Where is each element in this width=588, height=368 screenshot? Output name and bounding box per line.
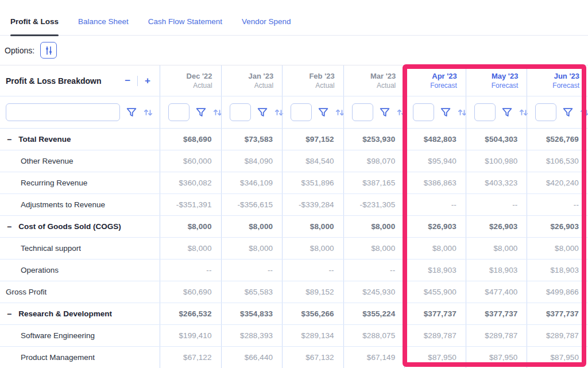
value-cell[interactable]: $8,000 [343, 238, 405, 259]
filter-funnel-icon[interactable] [317, 106, 329, 118]
value-cell[interactable]: $377,737 [527, 303, 588, 324]
value-cell[interactable]: $87,950 [527, 347, 588, 368]
value-cell[interactable]: $289,134 [282, 325, 343, 346]
value-cell[interactable]: $351,896 [282, 172, 343, 193]
value-cell[interactable]: $8,000 [282, 216, 343, 237]
value-cell[interactable]: $499,866 [527, 281, 588, 303]
value-cell[interactable]: -$339,284 [282, 194, 343, 215]
value-cell[interactable]: $356,266 [282, 303, 343, 324]
value-cell[interactable]: $18,903 [404, 259, 466, 281]
value-cell[interactable]: $18,903 [466, 259, 527, 281]
table-row[interactable]: Software Engineering $199,410$288,393$28… [0, 325, 588, 347]
value-cell[interactable]: $73,583 [221, 129, 283, 150]
value-cell[interactable]: $8,000 [404, 238, 466, 259]
table-row[interactable]: Product Management $67,122$66,440$67,132… [0, 347, 588, 368]
value-cell[interactable]: $60,000 [160, 150, 221, 172]
table-row[interactable]: Operations --------$18,903$18,903$18,903 [0, 259, 588, 281]
column-filter-input[interactable] [474, 103, 496, 121]
value-cell[interactable]: $253,930 [343, 129, 405, 150]
value-cell[interactable]: $477,400 [466, 281, 527, 303]
value-cell[interactable]: $87,950 [404, 347, 466, 368]
value-cell[interactable]: $84,540 [282, 150, 343, 172]
value-cell[interactable]: -- [282, 259, 343, 281]
value-cell[interactable]: $60,690 [160, 281, 221, 303]
value-cell[interactable]: $8,000 [160, 238, 221, 259]
value-cell[interactable]: $65,583 [221, 281, 283, 303]
column-filter-input[interactable] [168, 103, 189, 121]
column-header-may-23[interactable]: May '23 Forecast [466, 65, 527, 96]
value-cell[interactable]: $100,980 [466, 150, 527, 172]
value-cell[interactable]: $26,903 [466, 216, 527, 237]
filter-funnel-icon[interactable] [501, 106, 513, 118]
sort-icon[interactable] [579, 107, 588, 118]
tab-balance-sheet[interactable]: Balance Sheet [78, 17, 129, 35]
value-cell[interactable]: $26,903 [404, 216, 466, 237]
value-cell[interactable]: $106,530 [527, 150, 588, 172]
value-cell[interactable]: $8,000 [466, 238, 527, 259]
table-row[interactable]: Gross Profit $60,690$65,583$89,152$245,9… [0, 281, 588, 303]
column-header-jun-23[interactable]: Jun '23 Forecast [527, 65, 588, 96]
value-cell[interactable]: $89,152 [282, 281, 343, 303]
value-cell[interactable]: $18,903 [527, 259, 588, 281]
column-header-apr-23[interactable]: Apr '23 Forecast [404, 65, 466, 96]
value-cell[interactable]: $289,787 [527, 325, 588, 346]
column-filter-input[interactable] [535, 103, 556, 121]
tab-profit-and-loss[interactable]: Profit & Loss [10, 17, 59, 35]
table-row[interactable]: Technical support $8,000$8,000$8,000$8,0… [0, 238, 588, 259]
column-header-mar-23[interactable]: Mar '23 Actual [343, 65, 405, 96]
table-row[interactable]: Other Revenue $60,000$84,090$84,540$98,0… [0, 150, 588, 172]
value-cell[interactable]: $68,690 [160, 129, 221, 150]
table-row[interactable]: Recurring Revenue $360,082$346,109$351,8… [0, 172, 588, 194]
column-filter-input[interactable] [352, 103, 373, 121]
value-cell[interactable]: $8,000 [343, 216, 405, 237]
value-cell[interactable]: $346,109 [221, 172, 283, 193]
value-cell[interactable]: $266,532 [160, 303, 221, 324]
row-search-input[interactable] [6, 103, 120, 121]
value-cell[interactable]: $504,303 [466, 129, 527, 150]
tab-vendor-spend[interactable]: Vendor Spend [242, 17, 291, 35]
collapse-row-icon[interactable]: − [7, 223, 11, 231]
value-cell[interactable]: $289,787 [466, 325, 527, 346]
filter-funnel-icon[interactable] [256, 106, 268, 118]
filter-funnel-icon[interactable] [439, 106, 451, 118]
expand-all-button[interactable]: + [144, 76, 152, 86]
value-cell[interactable]: $8,000 [527, 238, 588, 259]
column-filter-input[interactable] [413, 103, 434, 121]
column-filter-input[interactable] [230, 103, 251, 121]
value-cell[interactable]: $455,900 [404, 281, 466, 303]
column-header-feb-23[interactable]: Feb '23 Actual [282, 65, 343, 96]
value-cell[interactable]: $387,165 [343, 172, 405, 193]
table-row[interactable]: − Research & Development $266,532$354,83… [0, 303, 588, 325]
filter-funnel-icon[interactable] [195, 106, 207, 118]
value-cell[interactable]: $288,075 [343, 325, 405, 346]
value-cell[interactable]: -$351,391 [160, 194, 221, 215]
filter-funnel-icon[interactable] [378, 106, 390, 118]
value-cell[interactable]: -- [221, 259, 283, 281]
tab-cash-flow-statement[interactable]: Cash Flow Statement [148, 17, 222, 35]
value-cell[interactable]: $289,787 [404, 325, 466, 346]
value-cell[interactable]: $67,122 [160, 347, 221, 368]
value-cell[interactable]: -- [404, 194, 466, 215]
filter-funnel-icon[interactable] [562, 106, 574, 118]
filter-funnel-icon[interactable] [125, 106, 137, 118]
value-cell[interactable]: -- [527, 194, 588, 215]
collapse-row-icon[interactable]: − [7, 310, 11, 318]
value-cell[interactable]: $8,000 [160, 216, 221, 237]
value-cell[interactable]: -- [343, 259, 405, 281]
value-cell[interactable]: $288,393 [221, 325, 283, 346]
value-cell[interactable]: -$356,615 [221, 194, 283, 215]
value-cell[interactable]: $482,803 [404, 129, 466, 150]
value-cell[interactable]: $8,000 [221, 216, 283, 237]
value-cell[interactable]: $98,070 [343, 150, 405, 172]
table-row[interactable]: − Total Revenue $68,690$73,583$97,152$25… [0, 129, 588, 150]
value-cell[interactable]: $354,833 [221, 303, 283, 324]
value-cell[interactable]: -$231,305 [343, 194, 405, 215]
value-cell[interactable]: $403,323 [466, 172, 527, 193]
value-cell[interactable]: -- [466, 194, 527, 215]
value-cell[interactable]: $420,240 [527, 172, 588, 193]
value-cell[interactable]: $526,769 [527, 129, 588, 150]
value-cell[interactable]: $95,940 [404, 150, 466, 172]
table-row[interactable]: − Cost of Goods Sold (COGS) $8,000$8,000… [0, 216, 588, 238]
value-cell[interactable]: $67,132 [282, 347, 343, 368]
value-cell[interactable]: -- [160, 259, 221, 281]
